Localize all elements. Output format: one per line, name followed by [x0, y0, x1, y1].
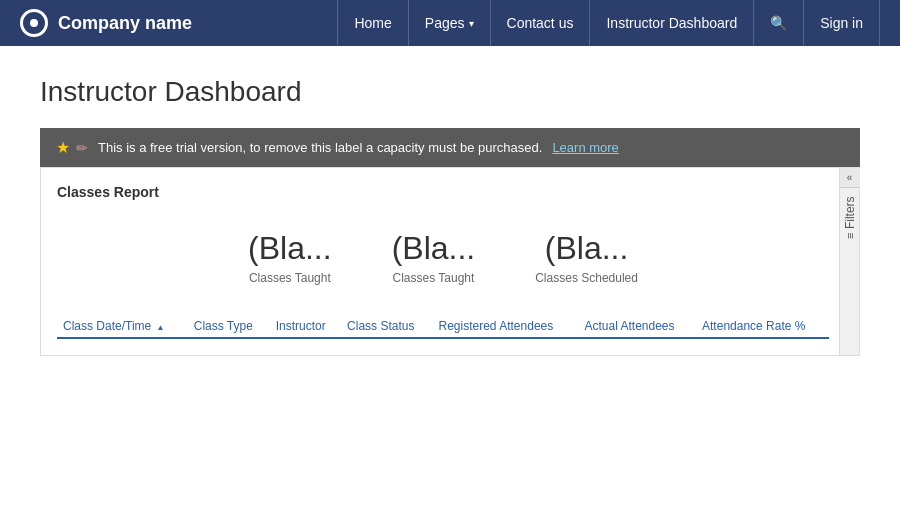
- filter-icon: ≡: [844, 233, 856, 239]
- col-actual[interactable]: Actual Attendees: [578, 315, 696, 338]
- stat-card-0: (Bla... Classes Taught: [218, 220, 362, 295]
- classes-report-title: Classes Report: [57, 184, 829, 200]
- col-instructor[interactable]: Instructor: [270, 315, 341, 338]
- nav-pages[interactable]: Pages ▾: [409, 0, 491, 46]
- brand-name: Company name: [58, 13, 192, 34]
- banner-icons: ★ ✏: [56, 138, 88, 157]
- stat-value-1: (Bla...: [392, 230, 476, 267]
- sort-icon: ▲: [157, 323, 165, 332]
- chevron-down-icon: ▾: [469, 18, 474, 29]
- stat-label-0: Classes Taught: [248, 271, 332, 285]
- search-icon[interactable]: 🔍: [754, 0, 804, 46]
- brand-dot: [30, 19, 38, 27]
- stats-row: (Bla... Classes Taught (Bla... Classes T…: [57, 220, 829, 295]
- trial-banner-message: This is a free trial version, to remove …: [98, 140, 542, 155]
- nav-sign-in[interactable]: Sign in: [804, 0, 880, 46]
- nav-menu: Home Pages ▾ Contact us Instructor Dashb…: [337, 0, 880, 46]
- col-date[interactable]: Class Date/Time ▲: [57, 315, 188, 338]
- trial-banner: ★ ✏ This is a free trial version, to rem…: [40, 128, 860, 167]
- brand: Company name: [20, 9, 192, 37]
- col-type[interactable]: Class Type: [188, 315, 270, 338]
- stat-card-1: (Bla... Classes Taught: [362, 220, 506, 295]
- dashboard-panel: Classes Report (Bla... Classes Taught (B…: [40, 167, 860, 356]
- col-status[interactable]: Class Status: [341, 315, 432, 338]
- nav-home[interactable]: Home: [337, 0, 408, 46]
- main-content: Classes Report (Bla... Classes Taught (B…: [41, 168, 859, 355]
- col-registered[interactable]: Registered Attendees: [432, 315, 578, 338]
- navbar: Company name Home Pages ▾ Contact us Ins…: [0, 0, 900, 46]
- stat-label-2: Classes Scheduled: [535, 271, 638, 285]
- learn-more-link[interactable]: Learn more: [552, 140, 618, 155]
- dashboard-container: ★ ✏ This is a free trial version, to rem…: [40, 128, 860, 356]
- filters-label[interactable]: ≡ Filters: [843, 196, 857, 239]
- stat-card-2: (Bla... Classes Scheduled: [505, 220, 668, 295]
- pencil-icon: ✏: [76, 140, 88, 156]
- brand-icon: [20, 9, 48, 37]
- star-icon: ★: [56, 138, 70, 157]
- table-header-row: Class Date/Time ▲ Class Type Instructor …: [57, 315, 829, 338]
- stat-value-2: (Bla...: [535, 230, 638, 267]
- nav-instructor-dashboard[interactable]: Instructor Dashboard: [590, 0, 754, 46]
- report-table: Class Date/Time ▲ Class Type Instructor …: [57, 315, 829, 339]
- page-title: Instructor Dashboard: [40, 76, 860, 108]
- page-content: Instructor Dashboard ★ ✏ This is a free …: [0, 46, 900, 386]
- stat-label-1: Classes Taught: [392, 271, 476, 285]
- filters-collapse-button[interactable]: «: [840, 168, 860, 188]
- stat-value-0: (Bla...: [248, 230, 332, 267]
- filters-sidebar: « ≡ Filters: [839, 168, 859, 355]
- nav-contact[interactable]: Contact us: [491, 0, 591, 46]
- col-rate[interactable]: Attendance Rate %: [696, 315, 829, 338]
